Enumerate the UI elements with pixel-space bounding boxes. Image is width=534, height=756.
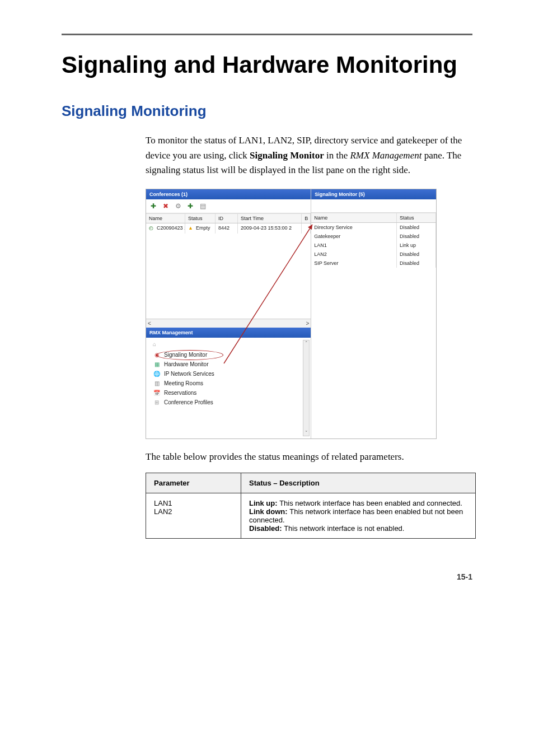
col-start-time[interactable]: Start Time — [238, 214, 302, 223]
cell: LAN1 — [311, 241, 397, 250]
calendar-icon: 📅 — [153, 390, 161, 396]
signaling-row[interactable]: LAN1 Link up — [311, 241, 436, 250]
signaling-row[interactable]: Gatekeeper Disabled — [311, 232, 436, 241]
page-number: 15-1 — [62, 572, 472, 581]
rule — [62, 34, 472, 35]
col-status[interactable]: Status — [185, 214, 216, 223]
italic-term: RMX Management — [350, 150, 421, 161]
profile-icon: ⊞ — [153, 399, 161, 405]
cell: Link up — [397, 241, 436, 250]
status-key: Disabled: — [249, 524, 284, 533]
desc-cell: Link up: This network interface has been… — [241, 493, 476, 539]
rmx-tree: ⌂ ◉ Signaling Monitor ▦ Hardware Monitor… — [146, 338, 311, 438]
tree-item-meeting-rooms[interactable]: ▥ Meeting Rooms — [153, 379, 306, 388]
conference-row[interactable]: ◴C20090423 1 ▲Empty 8442 2009-04-23 15:5… — [146, 223, 311, 234]
tree-item-ip-services[interactable]: 🌐 IP Network Services — [153, 369, 306, 379]
status-val: This network interface is not enabled. — [284, 524, 404, 533]
table-intro: The table below provides the status mean… — [146, 451, 472, 463]
signaling-header-row: Name Status — [311, 213, 436, 223]
tree-item-profiles[interactable]: ⊞ Conference Profiles — [153, 398, 306, 407]
label: Reservations — [164, 390, 196, 396]
chapter-title: Signaling and Hardware Monitoring — [62, 52, 472, 78]
col-b[interactable]: B — [302, 214, 311, 223]
signaling-row[interactable]: SIP Server Disabled — [311, 259, 436, 268]
h-scrollbar[interactable]: < > — [146, 319, 311, 328]
legend-header-row: Parameter Status – Description — [146, 473, 476, 493]
status-val: This network interface has been enabled … — [279, 499, 462, 507]
warning-icon: ▲ — [188, 225, 195, 232]
bold-term: Signaling Monitor — [250, 150, 324, 161]
scroll-right-icon[interactable]: > — [306, 320, 309, 326]
globe-icon: 🌐 — [153, 371, 161, 377]
right-cluster: Signaling Monitor (5) Name Status Direct… — [311, 189, 436, 438]
cell: Disabled — [397, 250, 436, 259]
status-key: Link up: — [249, 499, 279, 507]
conference-icon: ◴ — [149, 225, 156, 232]
screenshot: Conferences (1) ✚ ✖ ⚙ ✚ ▤ Name Status ID… — [146, 189, 472, 439]
signaling-toolbar — [311, 199, 436, 213]
app-window: Conferences (1) ✚ ✖ ⚙ ✚ ▤ Name Status ID… — [146, 189, 437, 439]
label: Hardware Monitor — [164, 361, 208, 367]
label: Meeting Rooms — [164, 380, 203, 386]
scroll-down-icon[interactable]: ˅ — [305, 430, 308, 436]
cell: LAN2 — [311, 250, 397, 259]
scroll-left-icon[interactable]: < — [148, 320, 151, 326]
list-icon[interactable]: ▤ — [198, 202, 207, 211]
legend-row: LAN1 LAN2 Link up: This network interfac… — [146, 493, 476, 539]
tree-item-hardware-monitor[interactable]: ▦ Hardware Monitor — [153, 360, 306, 369]
cell: C20090423 1 — [157, 226, 185, 231]
cell: Disabled — [397, 259, 436, 268]
conferences-header-row: Name Status ID Start Time B — [146, 213, 311, 223]
delete-icon[interactable]: ✖ — [161, 202, 170, 211]
status-key: Link down: — [249, 507, 289, 516]
cell: Disabled — [397, 223, 436, 232]
conferences-body: ◴C20090423 1 ▲Empty 8442 2009-04-23 15:5… — [146, 223, 311, 319]
label: IP Network Services — [164, 371, 214, 377]
col-name[interactable]: Name — [146, 214, 185, 223]
cell: Disabled — [397, 232, 436, 241]
conferences-pane-title: Conferences (1) — [146, 189, 311, 199]
room-icon: ▥ — [153, 380, 161, 386]
col-id[interactable]: ID — [216, 214, 238, 223]
conferences-toolbar: ✚ ✖ ⚙ ✚ ▤ — [146, 199, 311, 213]
cell: Empty — [196, 226, 210, 231]
settings-icon[interactable]: ⚙ — [174, 202, 182, 211]
col-status[interactable]: Status — [397, 213, 436, 222]
cell: SIP Server — [311, 259, 397, 268]
add-conference-icon[interactable]: ✚ — [149, 202, 158, 211]
hardware-icon: ▦ — [153, 361, 161, 367]
left-cluster: Conferences (1) ✚ ✖ ⚙ ✚ ▤ Name Status ID… — [146, 189, 311, 438]
scroll-up-icon[interactable]: ˄ — [305, 340, 308, 346]
rmx-pane-title: RMX Management — [146, 328, 311, 338]
legend-table: Parameter Status – Description LAN1 LAN2… — [146, 473, 476, 539]
cell: Directory Service — [311, 223, 397, 232]
cell — [302, 223, 311, 234]
col-parameter: Parameter — [146, 473, 241, 493]
label: Conference Profiles — [164, 399, 213, 405]
cell: 2009-04-23 15:53:00 2 — [238, 223, 302, 234]
col-name[interactable]: Name — [311, 213, 397, 222]
signaling-row[interactable]: LAN2 Disabled — [311, 250, 436, 259]
signaling-body: Directory Service Disabled Gatekeeper Di… — [311, 223, 436, 268]
home-icon[interactable]: ⌂ — [153, 341, 156, 347]
intro-paragraph: To monitor the status of LAN1, LAN2, SIP… — [146, 133, 472, 178]
cell: Gatekeeper — [311, 232, 397, 241]
text: in the — [326, 150, 350, 161]
section-title: Signaling Monitoring — [62, 102, 472, 120]
tree-item-reservations[interactable]: 📅 Reservations — [153, 388, 306, 398]
signaling-row[interactable]: Directory Service Disabled — [311, 223, 436, 232]
signaling-pane-title: Signaling Monitor (5) — [311, 189, 436, 199]
col-description: Status – Description — [241, 473, 476, 493]
cell: 8442 — [216, 223, 238, 234]
param-cell: LAN1 LAN2 — [146, 493, 241, 539]
add-participant-icon[interactable]: ✚ — [186, 202, 195, 211]
v-scrollbar[interactable]: ˄ ˅ — [303, 340, 310, 436]
